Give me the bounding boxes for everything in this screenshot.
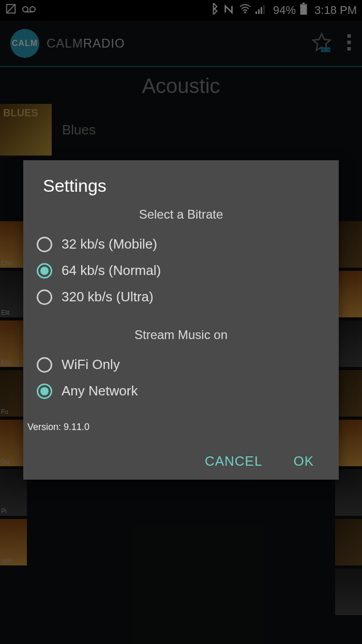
bitrate-option-320[interactable]: 320 kb/s (Ultra) xyxy=(36,284,326,310)
radio-icon xyxy=(37,289,52,305)
dialog-title: Settings xyxy=(36,176,326,196)
radio-label: WiFi Only xyxy=(62,357,120,373)
settings-dialog: Settings Select a Bitrate 32 kb/s (Mobil… xyxy=(23,160,339,480)
dialog-scrim: Settings Select a Bitrate 32 kb/s (Mobil… xyxy=(0,0,362,644)
bitrate-section-label: Select a Bitrate xyxy=(36,207,326,222)
radio-icon xyxy=(37,263,52,279)
stream-option-wifi[interactable]: WiFi Only xyxy=(36,351,326,378)
radio-label: 64 kb/s (Normal) xyxy=(62,263,161,279)
cancel-button[interactable]: CANCEL xyxy=(205,453,262,469)
version-label: Version: 9.11.0 xyxy=(27,422,326,433)
radio-label: 32 kb/s (Mobile) xyxy=(62,236,157,252)
dialog-actions: CANCEL OK xyxy=(36,453,326,469)
radio-label: Any Network xyxy=(62,383,138,399)
stream-option-any[interactable]: Any Network xyxy=(36,378,326,404)
radio-icon xyxy=(37,384,52,399)
stream-section-label: Stream Music on xyxy=(36,328,326,342)
bitrate-option-32[interactable]: 32 kb/s (Mobile) xyxy=(36,231,326,257)
radio-icon xyxy=(37,237,52,252)
bitrate-option-64[interactable]: 64 kb/s (Normal) xyxy=(36,257,326,284)
ok-button[interactable]: OK xyxy=(293,453,314,469)
radio-icon xyxy=(37,357,52,373)
radio-label: 320 kb/s (Ultra) xyxy=(62,289,154,305)
